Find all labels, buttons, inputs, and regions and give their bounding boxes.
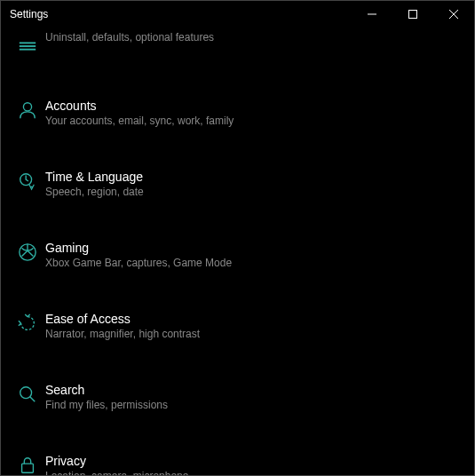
- search-icon: [18, 385, 37, 404]
- minimize-button[interactable]: [352, 1, 392, 28]
- item-desc: Xbox Game Bar, captures, Game Mode: [45, 257, 460, 269]
- item-title: Ease of Access: [45, 312, 460, 326]
- close-icon: [449, 10, 458, 19]
- item-desc: Location, camera, microphone: [45, 470, 460, 476]
- svg-rect-1: [20, 42, 36, 44]
- settings-item-time-language[interactable]: Time & Language Speech, region, date: [1, 159, 474, 209]
- item-title: Gaming: [45, 241, 460, 255]
- svg-rect-8: [22, 464, 34, 472]
- item-title: Accounts: [45, 99, 460, 113]
- svg-rect-0: [409, 11, 417, 19]
- time-language-icon: [18, 171, 37, 191]
- maximize-button[interactable]: [392, 1, 433, 28]
- settings-item-gaming[interactable]: Gaming Xbox Game Bar, captures, Game Mod…: [1, 230, 474, 280]
- settings-item-accounts[interactable]: Accounts Your accounts, email, sync, wor…: [1, 88, 474, 138]
- svg-rect-3: [20, 49, 36, 51]
- item-desc: Narrator, magnifier, high contrast: [45, 328, 460, 340]
- privacy-icon: [18, 456, 37, 475]
- settings-item-ease-of-access[interactable]: Ease of Access Narrator, magnifier, high…: [1, 301, 474, 351]
- item-title: Time & Language: [45, 170, 460, 184]
- item-desc: Find my files, permissions: [45, 399, 460, 411]
- item-desc: Speech, region, date: [45, 186, 460, 198]
- settings-item-search[interactable]: Search Find my files, permissions: [1, 372, 474, 422]
- maximize-icon: [408, 10, 417, 19]
- item-title: Privacy: [45, 454, 460, 468]
- item-desc: Your accounts, email, sync, work, family: [45, 115, 460, 127]
- minimize-icon: [368, 10, 376, 19]
- svg-point-7: [20, 387, 32, 399]
- svg-point-4: [23, 103, 31, 111]
- gaming-icon: [18, 242, 37, 262]
- accounts-icon: [18, 100, 37, 120]
- close-button[interactable]: [433, 1, 474, 28]
- item-desc: Uninstall, defaults, optional features: [45, 31, 460, 44]
- apps-icon: [18, 36, 37, 56]
- settings-list: Apps Uninstall, defaults, optional featu…: [1, 28, 474, 476]
- item-title: Search: [45, 383, 460, 397]
- settings-item-privacy[interactable]: Privacy Location, camera, microphone: [1, 443, 474, 476]
- window-title: Settings: [10, 8, 352, 20]
- ease-of-access-icon: [18, 313, 37, 333]
- window-controls: [352, 1, 474, 28]
- settings-item-apps[interactable]: Apps Uninstall, defaults, optional featu…: [1, 28, 474, 67]
- titlebar: Settings: [1, 1, 474, 28]
- svg-rect-2: [20, 45, 36, 47]
